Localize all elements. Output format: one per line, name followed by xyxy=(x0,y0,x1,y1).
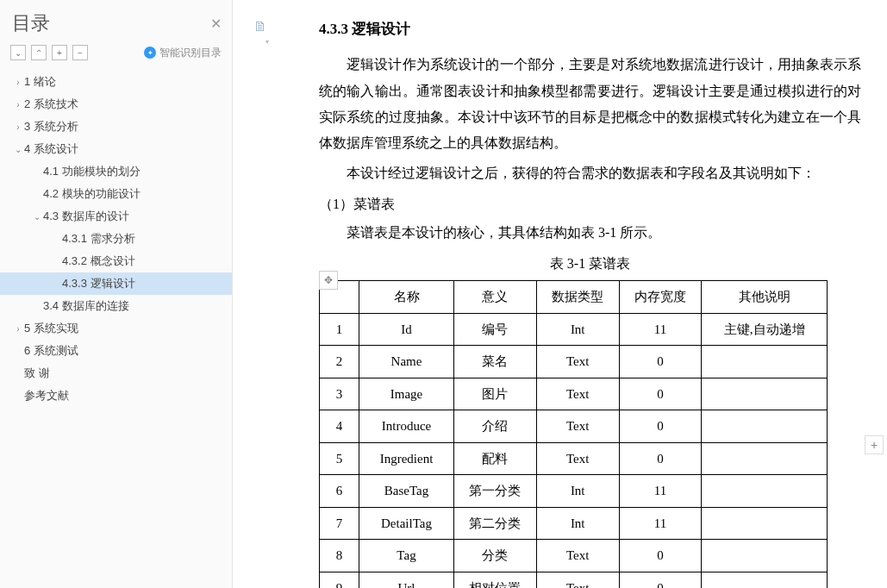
toc-item-12[interactable]: 6 系统测试 xyxy=(0,340,232,362)
toc-item-label: 4.3 数据库的设计 xyxy=(43,209,129,224)
table-cell: Id xyxy=(359,313,454,346)
toc-item-label: 5 系统实现 xyxy=(24,321,78,336)
sidebar-header: 目录 ✕ xyxy=(0,7,232,45)
toc-item-4[interactable]: 4.1 功能模块的划分 xyxy=(0,160,232,183)
table-header-2: 意义 xyxy=(454,281,537,314)
toc-item-3[interactable]: ⌄4 系统设计 xyxy=(0,138,232,160)
chevron-icon: ⌄ xyxy=(12,145,24,154)
table-cell: 11 xyxy=(619,507,702,540)
table-cell xyxy=(702,410,828,443)
doc-page-icon[interactable]: 🗎 xyxy=(253,19,269,34)
table-cell: Text xyxy=(536,442,619,475)
table-header-4: 内存宽度 xyxy=(619,281,702,314)
expand-plus-icon[interactable]: + xyxy=(52,45,67,60)
table-cell xyxy=(702,507,828,540)
table-cell: 编号 xyxy=(454,313,537,346)
table-cell xyxy=(702,540,828,572)
document-content: 4.3.3 逻辑设计 逻辑设计作为系统设计的一个部分，主要是对系统地数据流进行设… xyxy=(233,0,887,588)
smart-toc-label: 智能识别目录 xyxy=(159,46,222,60)
add-row-icon[interactable]: + xyxy=(865,435,884,454)
table-cell: 8 xyxy=(320,540,359,572)
table-cell: 0 xyxy=(619,378,702,410)
smart-toc-button[interactable]: ✦ 智能识别目录 xyxy=(144,46,222,60)
table-cell: 0 xyxy=(619,540,702,572)
collapse-all-icon[interactable]: ⌄ xyxy=(10,45,26,60)
table-cell: 0 xyxy=(619,346,702,378)
toc-item-13[interactable]: 致 谢 xyxy=(0,362,232,385)
toc-tool-icons: ⌄ ⌃ + − xyxy=(10,45,88,60)
table-cell xyxy=(702,442,828,475)
toc-item-label: 4.1 功能模块的划分 xyxy=(43,164,141,179)
chevron-icon: › xyxy=(12,78,24,87)
table-cell: Image xyxy=(359,378,454,410)
table-cell: 图片 xyxy=(454,378,537,410)
toc-item-label: 致 谢 xyxy=(24,366,50,381)
table-cell xyxy=(702,378,828,410)
toc-item-6[interactable]: ⌄4.3 数据库的设计 xyxy=(0,205,232,228)
chevron-icon: › xyxy=(12,100,24,109)
table-row: 5Ingredient配料Text0 xyxy=(320,442,828,475)
table-cell: Introduce xyxy=(359,410,454,443)
sidebar: 目录 ✕ ⌄ ⌃ + − ✦ 智能识别目录 ›1 绪论›2 系统技术›3 系统分… xyxy=(0,0,233,588)
toc-item-14[interactable]: 参考文献 xyxy=(0,385,232,407)
table-move-handle-icon[interactable]: ✥ xyxy=(319,271,338,290)
table-row: 8Tag分类Text0 xyxy=(320,540,828,572)
table-cell: 主键,自动递增 xyxy=(702,313,828,346)
table-cell: Int xyxy=(536,507,619,540)
table-row: 7DetailTag第二分类Int11 xyxy=(320,507,828,540)
table-cell: Tag xyxy=(359,540,454,572)
table-cell xyxy=(702,572,828,588)
main-content-area: 🗎 ▾ 4.3.3 逻辑设计 逻辑设计作为系统设计的一个部分，主要是对系统地数据… xyxy=(233,0,887,588)
table-cell: Int xyxy=(536,313,619,346)
table-cell: Text xyxy=(536,410,619,443)
expand-up-icon[interactable]: ⌃ xyxy=(31,45,47,60)
table-cell: Name xyxy=(359,346,454,378)
document-margin-icons: 🗎 ▾ xyxy=(253,19,269,46)
toc-item-7[interactable]: 4.3.1 需求分析 xyxy=(0,228,232,250)
table-cell: 分类 xyxy=(454,540,537,572)
table-cell: 0 xyxy=(619,572,702,588)
table-cell: 第一分类 xyxy=(454,475,537,508)
toc-item-8[interactable]: 4.3.2 概念设计 xyxy=(0,250,232,272)
toc-item-label: 3 系统分析 xyxy=(24,119,78,134)
toc-item-label: 2 系统技术 xyxy=(24,97,78,112)
close-icon[interactable]: ✕ xyxy=(210,16,222,32)
table-header-5: 其他说明 xyxy=(702,281,828,314)
table-cell xyxy=(702,346,828,378)
table-header-3: 数据类型 xyxy=(536,281,619,314)
table-row: 9Url相对位置Text0 xyxy=(320,572,828,588)
toc-item-2[interactable]: ›3 系统分析 xyxy=(0,116,232,138)
table-cell: 6 xyxy=(320,475,359,508)
table-row: 3Image图片Text0 xyxy=(320,378,828,410)
toc-item-1[interactable]: ›2 系统技术 xyxy=(0,93,232,116)
toc-item-10[interactable]: 3.4 数据库的连接 xyxy=(0,295,232,317)
toc-item-label: 1 绪论 xyxy=(24,74,56,90)
table-caption: 表 3-1 菜谱表 xyxy=(319,251,861,277)
toc-item-label: 4 系统设计 xyxy=(24,141,78,157)
table-cell: Text xyxy=(536,378,619,410)
table-cell: 相对位置 xyxy=(454,572,537,588)
paragraph-2: 本设计经过逻辑设计之后，获得的符合需求的数据表和字段名及其说明如下： xyxy=(319,160,861,186)
table-cell: 5 xyxy=(320,442,359,475)
toc-item-label: 4.3.1 需求分析 xyxy=(62,231,135,247)
toc-item-0[interactable]: ›1 绪论 xyxy=(0,71,232,93)
toc-item-5[interactable]: 4.2 模块的功能设计 xyxy=(0,183,232,205)
table-cell: Url xyxy=(359,572,454,588)
toc-item-11[interactable]: ›5 系统实现 xyxy=(0,317,232,340)
collapse-minus-icon[interactable]: − xyxy=(72,45,88,60)
table-cell: 第二分类 xyxy=(454,507,537,540)
table-cell: Int xyxy=(536,475,619,508)
table-header-1: 名称 xyxy=(359,281,454,314)
table-cell xyxy=(702,475,828,508)
doc-dropdown-icon[interactable]: ▾ xyxy=(265,38,269,46)
chevron-icon: ⌄ xyxy=(31,212,43,222)
toc-item-9[interactable]: 4.3.3 逻辑设计 xyxy=(0,272,232,295)
table-cell: Text xyxy=(536,346,619,378)
table-cell: 3 xyxy=(320,378,359,410)
sidebar-toolbar: ⌄ ⌃ + − ✦ 智能识别目录 xyxy=(0,45,232,67)
table-cell: 7 xyxy=(320,507,359,540)
table-row: 2Name菜名Text0 xyxy=(320,346,828,378)
table-row: 6BaseTag第一分类Int11 xyxy=(320,475,828,508)
table-cell: BaseTag xyxy=(359,475,454,508)
toc-item-label: 3.4 数据库的连接 xyxy=(43,298,129,314)
